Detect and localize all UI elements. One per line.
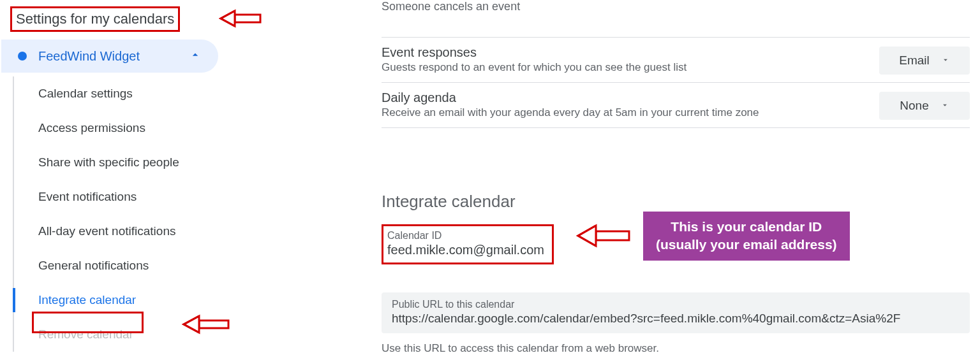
nav-item-allday-notifications[interactable]: All-day event notifications [14, 214, 217, 248]
settings-heading: Settings for my calendars [10, 6, 180, 32]
setting-row-cancel-event: Someone cancels an event [382, 0, 970, 38]
setting-row-daily-agenda: Daily agenda Receive an email with your … [382, 83, 970, 128]
nav-item-calendar-settings[interactable]: Calendar settings [14, 76, 217, 111]
setting-desc: Guests respond to an event for which you… [382, 61, 866, 74]
nav-item-access-permissions[interactable]: Access permissions [14, 111, 217, 145]
nav-item-share-with-specific[interactable]: Share with specific people [14, 145, 217, 180]
setting-title: Someone cancels an event [382, 0, 866, 13]
public-url-hint: Use this URL to access this calendar fro… [382, 342, 970, 355]
calendar-expander-feedwind[interactable]: FeedWind Widget [1, 40, 218, 73]
section-heading-integrate: Integrate calendar [382, 192, 970, 212]
setting-row-event-responses: Event responses Guests respond to an eve… [382, 38, 970, 83]
dropdown-value: Email [899, 54, 930, 68]
setting-title: Event responses [382, 45, 866, 60]
nav-item-event-notifications[interactable]: Event notifications [14, 180, 217, 214]
callout-line: (usually your email address) [656, 236, 837, 254]
dropdown-daily-agenda[interactable]: None [879, 92, 970, 120]
dropdown-value: None [900, 99, 928, 113]
public-url-field[interactable]: Public URL to this calendar https://cale… [382, 292, 970, 333]
annotation-arrow-left-icon [217, 8, 262, 29]
public-url-label: Public URL to this calendar [392, 299, 960, 310]
nav-item-integrate-calendar[interactable]: Integrate calendar [14, 283, 217, 317]
calendar-subnav: Calendar settings Access permissions Sha… [13, 76, 217, 352]
caret-down-icon [941, 54, 950, 68]
setting-title: Daily agenda [382, 90, 866, 105]
calendar-color-dot [18, 52, 27, 61]
calendar-id-field: Calendar ID feed.mikle.com@gmail.com [382, 224, 554, 264]
caret-down-icon [940, 99, 949, 113]
nav-item-remove-calendar[interactable]: Remove calendar [14, 317, 217, 352]
calendar-id-value: feed.mikle.com@gmail.com [387, 243, 544, 257]
calendar-name-label: FeedWind Widget [38, 49, 189, 64]
public-url-value: https://calendar.google.com/calendar/emb… [392, 312, 960, 326]
setting-desc: Receive an email with your agenda every … [382, 106, 866, 119]
main-content: Someone cancels an event Event responses… [382, 0, 970, 355]
dropdown-event-responses[interactable]: Email [879, 47, 970, 75]
chevron-up-icon [189, 48, 202, 64]
nav-item-general-notifications[interactable]: General notifications [14, 248, 217, 283]
annotation-callout: This is your calendar ID (usually your e… [643, 212, 850, 261]
callout-line: This is your calendar ID [656, 218, 837, 236]
svg-rect-0 [235, 15, 260, 22]
calendar-id-label: Calendar ID [387, 230, 544, 241]
